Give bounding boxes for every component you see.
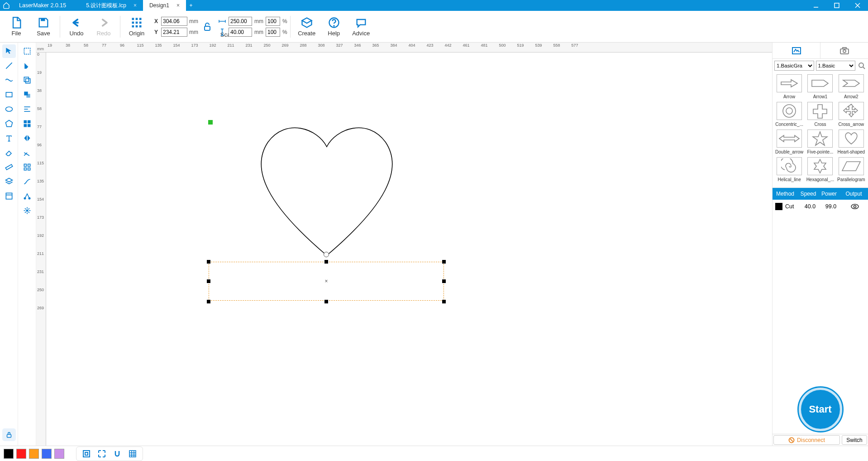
ruler-v-label: 38 [37,88,42,93]
node-tool[interactable] [20,189,34,203]
ruler-h-label: 173 [191,43,198,48]
shape-concentric[interactable]: Concentric_... [774,101,804,128]
help-button[interactable]: Help [320,13,348,40]
tab-file-2[interactable]: Design1 × [143,0,186,11]
switch-button[interactable]: Switch [842,435,867,445]
shape-arrow1[interactable]: Arrow1 [805,73,835,100]
handle-ml[interactable] [207,279,210,283]
align-tool[interactable] [20,102,34,116]
canvas[interactable]: × [46,53,772,446]
height-input[interactable] [229,28,252,37]
category-select-2[interactable]: 1.Basic [816,61,856,71]
shape-cross[interactable]: Cross [805,101,835,128]
marquee-tool[interactable] [20,44,34,58]
shape-arrow[interactable]: Arrow [774,73,804,100]
rotate-handle[interactable] [324,252,329,257]
snap-button[interactable] [112,448,123,459]
home-button[interactable] [0,0,13,11]
shape-star[interactable]: Five-pointe... [805,129,835,155]
rect-tool[interactable] [2,88,16,101]
create-button[interactable]: Create [293,13,320,40]
x-input[interactable] [161,17,187,26]
advice-button[interactable]: Advice [348,13,375,40]
new-tab-button[interactable]: + [186,0,196,11]
color-swatch-0[interactable] [4,449,14,459]
zoom-extent-button[interactable] [96,448,107,459]
disconnect-button[interactable]: Disconnect [773,435,840,445]
handle-br[interactable] [442,300,446,303]
grid-button[interactable] [127,448,138,459]
line-tool[interactable] [2,59,16,72]
ruler-h-label: 19 [48,43,52,48]
burst-tool[interactable] [20,204,34,217]
maximize-button[interactable] [826,0,847,11]
curve-tool[interactable] [2,73,16,87]
search-icon[interactable] [857,61,866,70]
save-button[interactable]: Save [30,13,57,40]
shape-heart[interactable]: Heart-shaped [836,129,866,155]
handle-bm[interactable] [324,300,328,303]
layers-tool[interactable] [2,175,16,188]
shape-hexstar[interactable]: Hexagonal_... [805,156,835,183]
overlap-tool[interactable] [20,88,34,101]
shape-parallelogram[interactable]: Parallelogram [836,156,866,183]
mirror-tool[interactable] [20,131,34,145]
ruler-v-label: 250 [37,288,44,292]
width-input[interactable] [229,17,252,26]
select-tool[interactable] [2,44,16,58]
svg-rect-28 [24,77,29,82]
y-input[interactable] [161,28,187,37]
canvas-tool[interactable] [2,189,16,203]
layer-color-swatch[interactable] [775,203,782,210]
color-swatch-1[interactable] [16,449,26,459]
category-select-1[interactable]: 1.BasicGra [774,61,814,71]
trim-tool[interactable] [20,146,34,159]
heart-shape[interactable] [241,120,413,264]
bend-tool[interactable] [20,175,34,188]
shape-arrow2[interactable]: Arrow2 [836,73,866,100]
svg-rect-35 [24,120,27,124]
height-pct-input[interactable] [266,28,280,37]
close-window-button[interactable] [847,0,868,11]
lock-aspect-button[interactable] [201,21,214,32]
duplicate-tool[interactable] [20,73,34,87]
tab-file-1[interactable]: 5.设计图模板.lcp × [80,0,143,11]
lock-panel-button[interactable] [2,428,16,441]
handle-bl[interactable] [207,300,210,303]
color-swatch-2[interactable] [29,449,39,459]
handle-tm[interactable] [324,260,328,264]
layer-output-toggle[interactable] [841,203,868,210]
close-icon[interactable]: × [134,2,137,9]
svg-rect-12 [136,25,138,28]
origin-button[interactable]: Origin [123,13,150,40]
color-swatch-3[interactable] [42,449,52,459]
fit-view-button[interactable] [81,448,92,459]
handle-tl[interactable] [207,260,210,264]
polygon-tool[interactable] [2,117,16,130]
shapes-tab[interactable] [773,43,820,58]
width-pct-input[interactable] [266,17,280,26]
handle-tr[interactable] [442,260,446,264]
text-tool[interactable] [2,131,16,145]
eraser-tool[interactable] [2,146,16,159]
shape-double-arrow[interactable]: Double_arrow [774,129,804,155]
layer-row[interactable]: Cut 40.0 99.0 [773,200,868,213]
measure-tool[interactable] [2,160,16,174]
undo-button[interactable]: Undo [63,13,90,40]
close-icon[interactable]: × [176,2,180,9]
camera-tab[interactable] [820,43,868,58]
file-button[interactable]: File [3,13,30,40]
shape-cross-arrow[interactable]: Cross_arrow [836,101,866,128]
svg-rect-20 [6,92,12,97]
fill-tool[interactable] [20,59,34,72]
array-tool[interactable] [20,160,34,174]
shape-spiral[interactable]: Helical_line [774,156,804,183]
color-swatch-4[interactable] [54,449,64,459]
group-tool[interactable] [20,117,34,130]
start-button[interactable]: Start [799,388,842,431]
ellipse-tool[interactable] [2,102,16,116]
minimize-button[interactable] [806,0,826,11]
handle-mr[interactable] [442,279,446,283]
tool-rail-secondary [18,43,36,446]
redo-button[interactable]: Redo [90,13,117,40]
